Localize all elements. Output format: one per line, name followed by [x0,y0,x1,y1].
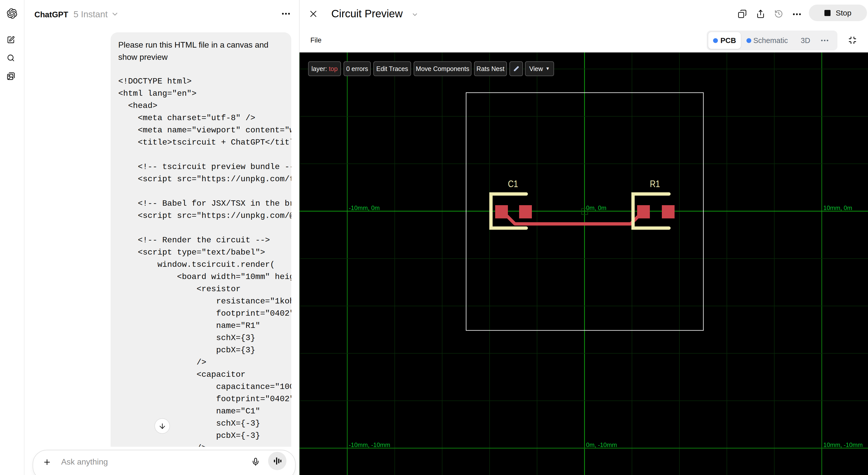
svg-text:C1: C1 [508,179,518,189]
svg-text:10mm, 0m: 10mm, 0m [824,204,852,211]
svg-text:-10mm, -10mm: -10mm, -10mm [349,441,391,448]
svg-text:R1: R1 [650,179,660,189]
svg-text:-10mm, 0m: -10mm, 0m [349,204,380,211]
svg-text:0m, 0m: 0m, 0m [586,204,607,211]
svg-text:10mm, -10mm: 10mm, -10mm [824,441,863,448]
svg-text:0m, -10mm: 0m, -10mm [586,441,617,448]
